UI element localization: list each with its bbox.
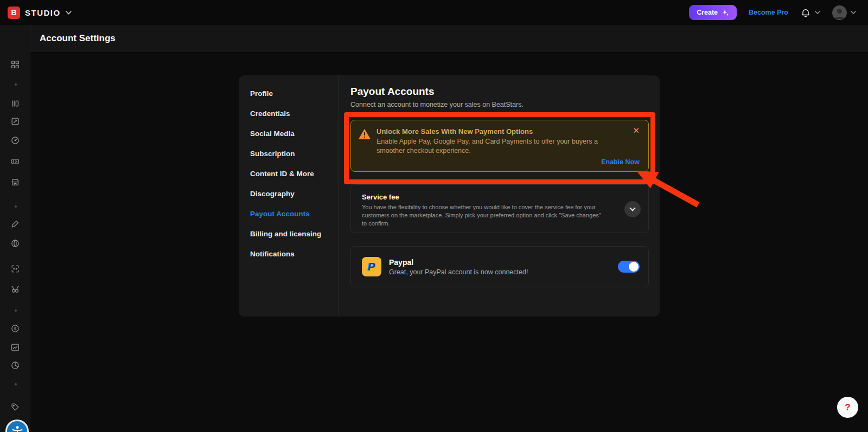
sales-chart-icon (10, 343, 20, 352)
settings-nav-item-payout-accounts[interactable]: Payout Accounts (239, 204, 338, 224)
sparkle-icon (722, 9, 729, 16)
sidebar-item-my-media[interactable] (10, 99, 20, 108)
help-button[interactable]: ? (837, 397, 858, 418)
sidebar-item-payments[interactable]: $ (10, 324, 20, 333)
rail-divider-dot (15, 383, 17, 385)
settings-nav: Profile Credentials Social Media Subscri… (239, 75, 339, 317)
marketplace-store-icon (10, 177, 20, 187)
sidebar-item-sound-kits[interactable] (10, 285, 20, 294)
warning-triangle-icon (359, 128, 371, 139)
service-fee-expand-button[interactable] (624, 201, 641, 217)
insights-meter-icon (10, 136, 20, 145)
promo-body: Enable Apple Pay, Google Pay, and Card P… (376, 137, 622, 155)
paypal-name: Paypal (389, 258, 610, 267)
paypal-toggle-knob (629, 262, 639, 272)
dashboard-grid-icon (10, 60, 20, 69)
notifications-chevron-down-icon (815, 11, 820, 14)
page-header: Account Settings (30, 25, 868, 53)
promo-title: Unlock More Sales With New Payment Optio… (376, 127, 622, 136)
sidebar-item-mastering[interactable] (10, 264, 20, 274)
chevron-down-icon (629, 205, 635, 211)
sidebar-item-marketplace[interactable] (10, 177, 20, 187)
settings-nav-item-billing-licensing[interactable]: Billing and licensing (239, 224, 338, 244)
svg-text:$: $ (14, 326, 17, 331)
brand-chevron-down-icon (66, 11, 72, 15)
paypal-texts: Paypal Great, your PayPal account is now… (389, 258, 610, 276)
sidebar-item-dashboard[interactable] (10, 60, 20, 69)
brand-menu[interactable]: B STUDIO (0, 7, 72, 19)
sidebar-item-sales[interactable] (10, 343, 20, 352)
contracts-note-icon (10, 117, 20, 126)
panel-subtitle: Connect an account to monetize your sale… (350, 101, 649, 108)
publishing-globe-icon (10, 238, 20, 248)
notifications-menu[interactable] (800, 7, 820, 18)
payments-dollar-icon: $ (10, 324, 20, 333)
rail-divider-dot (15, 205, 17, 208)
promo-text: Unlock More Sales With New Payment Optio… (376, 127, 622, 171)
settings-nav-item-discography[interactable]: Discography (239, 184, 338, 204)
sidebar-item-services[interactable] (10, 219, 20, 229)
help-button-label: ? (845, 402, 850, 413)
account-settings-card: Profile Credentials Social Media Subscri… (239, 75, 660, 317)
sound-kits-drums-icon (10, 285, 20, 294)
settings-nav-item-notifications[interactable]: Notifications (239, 244, 338, 264)
service-fee-description: You have the flexibility to choose wheth… (362, 203, 605, 228)
sidebar-item-analytics[interactable] (10, 360, 20, 370)
panel-title: Payout Accounts (350, 86, 649, 98)
account-menu[interactable] (832, 5, 856, 20)
settings-nav-item-credentials[interactable]: Credentials (239, 104, 338, 124)
create-button-label: Create (697, 9, 718, 16)
accessibility-person-icon (10, 424, 24, 432)
sidebar-item-promotions[interactable] (10, 157, 20, 166)
sidebar-item-deals[interactable] (10, 402, 20, 412)
promo-close-icon[interactable]: ✕ (633, 126, 640, 136)
rail-divider-dot (15, 310, 17, 312)
settings-nav-item-subscription[interactable]: Subscription (239, 144, 338, 164)
sidebar-item-publishing[interactable] (10, 238, 20, 248)
analytics-pie-icon (10, 360, 20, 370)
deals-tag-icon (10, 402, 20, 412)
my-media-bars-icon (10, 99, 20, 108)
service-fee-title: Service fee (362, 193, 641, 201)
pencil-icon (10, 219, 20, 229)
paypal-toggle[interactable] (618, 261, 640, 273)
account-chevron-down-icon (851, 11, 856, 14)
accessibility-button[interactable] (5, 420, 29, 432)
brand-label: STUDIO (25, 8, 61, 17)
create-button[interactable]: Create (689, 5, 737, 20)
mastering-scan-icon (10, 264, 20, 274)
paypal-status: Great, your PayPal account is now connec… (389, 268, 610, 276)
rail-divider-dot (15, 83, 17, 86)
settings-nav-item-social-media[interactable]: Social Media (239, 124, 338, 144)
service-fee-section: Service fee You have the flexibility to … (350, 184, 649, 233)
payment-options-promo-banner: Unlock More Sales With New Payment Optio… (350, 120, 649, 172)
page-title: Account Settings (30, 33, 116, 44)
top-bar: B STUDIO Create Become Pro (0, 0, 868, 25)
bell-icon (800, 7, 811, 18)
promotions-ticket-icon (10, 157, 20, 166)
paypal-logo-icon: P (362, 257, 381, 276)
sidebar-item-insights[interactable] (10, 136, 20, 145)
topbar-actions: Create Become Pro (689, 5, 868, 20)
beatstars-logo-icon: B (8, 7, 20, 19)
settings-nav-item-content-id[interactable]: Content ID & More (239, 164, 338, 184)
avatar (832, 5, 847, 20)
become-pro-link[interactable]: Become Pro (749, 9, 788, 16)
payout-accounts-panel: Payout Accounts Connect an account to mo… (339, 75, 660, 317)
beatstars-studio-app: B STUDIO Create Become Pro (0, 0, 868, 432)
paypal-section: P Paypal Great, your PayPal account is n… (350, 246, 649, 287)
settings-nav-item-profile[interactable]: Profile (239, 83, 338, 104)
sidebar-rail: $ (0, 25, 30, 432)
sidebar-item-contracts[interactable] (10, 117, 20, 126)
enable-now-link[interactable]: Enable Now (601, 158, 640, 166)
